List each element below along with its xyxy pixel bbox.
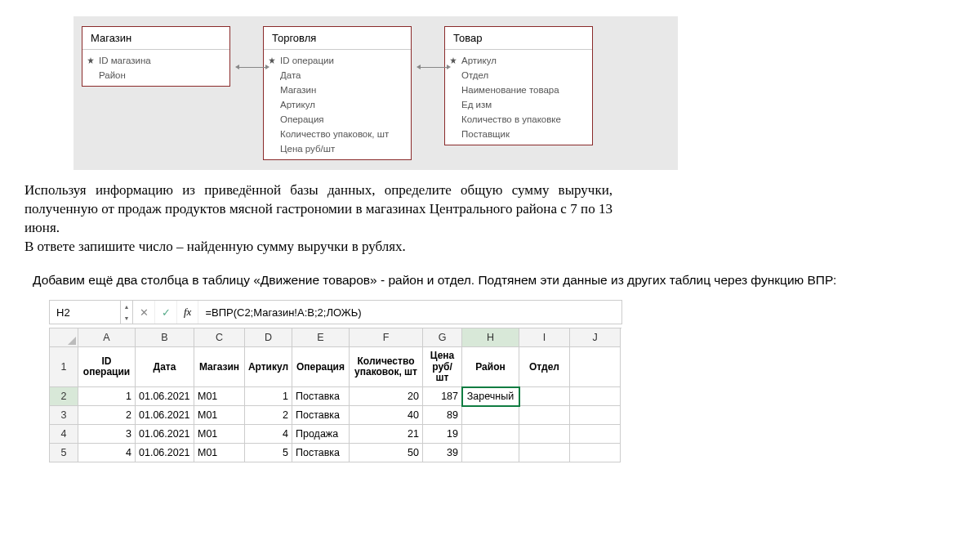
cell[interactable]: 2 <box>78 406 136 425</box>
cell[interactable] <box>519 425 570 444</box>
cell[interactable]: М01 <box>194 387 245 406</box>
cell[interactable] <box>519 387 570 406</box>
instruction-text: Добавим ещё два столбца в таблицу «Движе… <box>33 271 947 289</box>
cell[interactable]: Операция <box>292 347 350 387</box>
col-header[interactable]: A <box>78 328 136 347</box>
cell[interactable]: 21 <box>350 425 423 444</box>
cell[interactable] <box>570 425 621 444</box>
active-cell[interactable]: Заречный <box>462 387 519 406</box>
col-header[interactable]: I <box>519 328 570 347</box>
col-header[interactable]: G <box>423 328 462 347</box>
spreadsheet-grid[interactable]: A B C D E F G H I J 1 ID операции Дата М… <box>49 328 621 462</box>
select-all-corner[interactable] <box>50 328 78 347</box>
problem-statement: Используя информацию из приведённой базы… <box>24 181 612 257</box>
formula-bar: H2 ▲ ▼ ✕ ✓ fx =ВПР(C2;Магазин!A:B;2;ЛОЖЬ… <box>49 300 622 324</box>
entity-field: Операция <box>264 112 411 127</box>
entity-field: ID магазина <box>82 53 229 68</box>
problem-paragraph: В ответе запишите число – найденную сумм… <box>24 238 612 257</box>
cell[interactable]: Цена руб/ шт <box>423 347 462 387</box>
cell[interactable]: 3 <box>78 425 136 444</box>
entity-field: Наименование товара <box>445 83 592 97</box>
cell[interactable]: М01 <box>194 425 245 444</box>
cell[interactable]: 20 <box>350 387 423 406</box>
row-header[interactable]: 5 <box>50 444 78 462</box>
entity-title: Торговля <box>264 27 411 50</box>
cell[interactable]: 19 <box>423 425 462 444</box>
entity-field: ID операции <box>264 53 411 68</box>
entity-title: Товар <box>445 27 592 50</box>
cell[interactable]: 4 <box>245 425 292 444</box>
cell[interactable]: Поставка <box>292 406 350 425</box>
col-header[interactable]: F <box>350 328 423 347</box>
name-box[interactable]: H2 <box>50 301 121 324</box>
col-header[interactable]: B <box>136 328 194 347</box>
cell[interactable] <box>519 406 570 425</box>
entity-field: Артикул <box>264 97 411 112</box>
cell[interactable]: 01.06.2021 <box>136 444 194 462</box>
cell[interactable] <box>462 406 519 425</box>
cell[interactable]: Магазин <box>194 347 245 387</box>
cell[interactable] <box>570 444 621 462</box>
entity-field: Ед изм <box>445 97 592 112</box>
cell[interactable]: 5 <box>245 444 292 462</box>
row-header[interactable]: 2 <box>50 387 78 406</box>
cell[interactable] <box>462 444 519 462</box>
cell[interactable]: 01.06.2021 <box>136 387 194 406</box>
fx-icon[interactable]: fx <box>177 301 198 324</box>
entity-product: Товар Артикул Отдел Наименование товара … <box>444 26 593 145</box>
cell[interactable]: 187 <box>423 387 462 406</box>
cell[interactable] <box>570 406 621 425</box>
col-header[interactable]: C <box>194 328 245 347</box>
cell[interactable]: 50 <box>350 444 423 462</box>
cell[interactable]: М01 <box>194 406 245 425</box>
er-diagram: Магазин ID магазина Район Торговля ID оп… <box>74 16 678 170</box>
row-header[interactable]: 3 <box>50 406 78 425</box>
cell[interactable]: ID операции <box>78 347 136 387</box>
chevron-down-icon[interactable]: ▼ <box>121 312 132 324</box>
cell[interactable]: Поставка <box>292 444 350 462</box>
cell[interactable]: 1 <box>245 387 292 406</box>
chevron-up-icon[interactable]: ▲ <box>121 301 132 312</box>
entity-title: Магазин <box>82 27 229 50</box>
cell[interactable] <box>462 425 519 444</box>
cell[interactable] <box>570 347 621 387</box>
cell[interactable]: 4 <box>78 444 136 462</box>
cell[interactable]: Поставка <box>292 387 350 406</box>
row-header[interactable]: 4 <box>50 425 78 444</box>
formula-input[interactable]: =ВПР(C2;Магазин!A:B;2;ЛОЖЬ) <box>198 301 621 324</box>
entity-field: Поставщик <box>445 127 592 141</box>
cell[interactable]: Дата <box>136 347 194 387</box>
cell[interactable]: 40 <box>350 406 423 425</box>
entity-field: Район <box>82 68 229 83</box>
cell[interactable]: Район <box>462 347 519 387</box>
col-header[interactable]: E <box>292 328 350 347</box>
cell[interactable]: 2 <box>245 406 292 425</box>
entity-store: Магазин ID магазина Район <box>82 26 230 87</box>
cell[interactable]: Количество упаковок, шт <box>350 347 423 387</box>
entity-field: Количество упаковок, шт <box>264 127 411 141</box>
cell[interactable]: 01.06.2021 <box>136 425 194 444</box>
col-header[interactable]: H <box>462 328 519 347</box>
cell[interactable]: Отдел <box>519 347 570 387</box>
cell[interactable]: 39 <box>423 444 462 462</box>
col-header[interactable]: J <box>570 328 621 347</box>
cell[interactable]: М01 <box>194 444 245 462</box>
cell[interactable]: Продажа <box>292 425 350 444</box>
cell[interactable]: 01.06.2021 <box>136 406 194 425</box>
entity-field: Магазин <box>264 83 411 97</box>
cancel-icon[interactable]: ✕ <box>133 301 155 324</box>
row-header[interactable]: 1 <box>50 347 78 387</box>
entity-field: Дата <box>264 68 411 83</box>
name-box-spinner[interactable]: ▲ ▼ <box>121 301 133 324</box>
cell[interactable]: 89 <box>423 406 462 425</box>
cell[interactable] <box>519 444 570 462</box>
confirm-icon[interactable]: ✓ <box>155 301 177 324</box>
problem-paragraph: Используя информацию из приведённой базы… <box>24 181 612 238</box>
entity-field: Артикул <box>445 53 592 68</box>
cell[interactable] <box>570 387 621 406</box>
entity-field: Количество в упаковке <box>445 112 592 127</box>
cell[interactable]: 1 <box>78 387 136 406</box>
col-header[interactable]: D <box>245 328 292 347</box>
entity-trade: Торговля ID операции Дата Магазин Артику… <box>263 26 412 160</box>
cell[interactable]: Артикул <box>245 347 292 387</box>
